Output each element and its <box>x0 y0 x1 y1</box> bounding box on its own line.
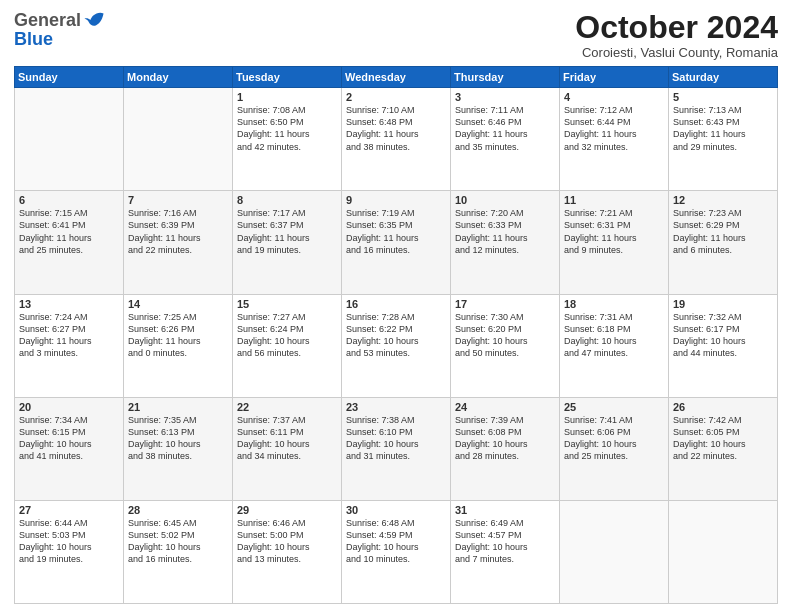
day-cell: 5Sunrise: 7:13 AM Sunset: 6:43 PM Daylig… <box>669 88 778 191</box>
day-cell: 8Sunrise: 7:17 AM Sunset: 6:37 PM Daylig… <box>233 191 342 294</box>
day-cell: 29Sunrise: 6:46 AM Sunset: 5:00 PM Dayli… <box>233 500 342 603</box>
day-number: 12 <box>673 194 773 206</box>
day-number: 28 <box>128 504 228 516</box>
day-number: 21 <box>128 401 228 413</box>
day-info: Sunrise: 7:21 AM Sunset: 6:31 PM Dayligh… <box>564 208 637 254</box>
day-info: Sunrise: 7:23 AM Sunset: 6:29 PM Dayligh… <box>673 208 746 254</box>
month-title: October 2024 <box>575 10 778 45</box>
weekday-header-row: SundayMondayTuesdayWednesdayThursdayFrid… <box>15 67 778 88</box>
day-cell: 23Sunrise: 7:38 AM Sunset: 6:10 PM Dayli… <box>342 397 451 500</box>
day-number: 18 <box>564 298 664 310</box>
day-info: Sunrise: 7:10 AM Sunset: 6:48 PM Dayligh… <box>346 105 419 151</box>
day-cell: 9Sunrise: 7:19 AM Sunset: 6:35 PM Daylig… <box>342 191 451 294</box>
day-info: Sunrise: 7:08 AM Sunset: 6:50 PM Dayligh… <box>237 105 310 151</box>
day-info: Sunrise: 7:38 AM Sunset: 6:10 PM Dayligh… <box>346 415 419 461</box>
day-cell: 15Sunrise: 7:27 AM Sunset: 6:24 PM Dayli… <box>233 294 342 397</box>
day-info: Sunrise: 7:25 AM Sunset: 6:26 PM Dayligh… <box>128 312 201 358</box>
day-cell: 27Sunrise: 6:44 AM Sunset: 5:03 PM Dayli… <box>15 500 124 603</box>
day-info: Sunrise: 7:35 AM Sunset: 6:13 PM Dayligh… <box>128 415 201 461</box>
logo-bird-icon <box>83 9 105 31</box>
day-number: 1 <box>237 91 337 103</box>
day-info: Sunrise: 6:46 AM Sunset: 5:00 PM Dayligh… <box>237 518 310 564</box>
day-number: 20 <box>19 401 119 413</box>
day-info: Sunrise: 7:41 AM Sunset: 6:06 PM Dayligh… <box>564 415 637 461</box>
weekday-header-saturday: Saturday <box>669 67 778 88</box>
day-info: Sunrise: 7:20 AM Sunset: 6:33 PM Dayligh… <box>455 208 528 254</box>
weekday-header-monday: Monday <box>124 67 233 88</box>
weekday-header-tuesday: Tuesday <box>233 67 342 88</box>
day-info: Sunrise: 7:32 AM Sunset: 6:17 PM Dayligh… <box>673 312 746 358</box>
day-info: Sunrise: 6:48 AM Sunset: 4:59 PM Dayligh… <box>346 518 419 564</box>
day-info: Sunrise: 7:12 AM Sunset: 6:44 PM Dayligh… <box>564 105 637 151</box>
day-cell: 11Sunrise: 7:21 AM Sunset: 6:31 PM Dayli… <box>560 191 669 294</box>
day-number: 27 <box>19 504 119 516</box>
header: General Blue October 2024 Coroiesti, Vas… <box>14 10 778 60</box>
day-cell: 12Sunrise: 7:23 AM Sunset: 6:29 PM Dayli… <box>669 191 778 294</box>
day-cell: 13Sunrise: 7:24 AM Sunset: 6:27 PM Dayli… <box>15 294 124 397</box>
calendar-table: SundayMondayTuesdayWednesdayThursdayFrid… <box>14 66 778 604</box>
day-info: Sunrise: 7:37 AM Sunset: 6:11 PM Dayligh… <box>237 415 310 461</box>
day-number: 17 <box>455 298 555 310</box>
day-cell: 6Sunrise: 7:15 AM Sunset: 6:41 PM Daylig… <box>15 191 124 294</box>
day-cell <box>669 500 778 603</box>
day-number: 22 <box>237 401 337 413</box>
day-info: Sunrise: 7:31 AM Sunset: 6:18 PM Dayligh… <box>564 312 637 358</box>
day-cell: 4Sunrise: 7:12 AM Sunset: 6:44 PM Daylig… <box>560 88 669 191</box>
day-cell: 21Sunrise: 7:35 AM Sunset: 6:13 PM Dayli… <box>124 397 233 500</box>
day-number: 23 <box>346 401 446 413</box>
day-number: 29 <box>237 504 337 516</box>
day-info: Sunrise: 7:24 AM Sunset: 6:27 PM Dayligh… <box>19 312 92 358</box>
day-info: Sunrise: 7:15 AM Sunset: 6:41 PM Dayligh… <box>19 208 92 254</box>
day-cell: 7Sunrise: 7:16 AM Sunset: 6:39 PM Daylig… <box>124 191 233 294</box>
weekday-header-wednesday: Wednesday <box>342 67 451 88</box>
day-info: Sunrise: 7:13 AM Sunset: 6:43 PM Dayligh… <box>673 105 746 151</box>
week-row-1: 1Sunrise: 7:08 AM Sunset: 6:50 PM Daylig… <box>15 88 778 191</box>
weekday-header-thursday: Thursday <box>451 67 560 88</box>
day-number: 6 <box>19 194 119 206</box>
day-number: 14 <box>128 298 228 310</box>
day-number: 13 <box>19 298 119 310</box>
day-number: 3 <box>455 91 555 103</box>
day-number: 30 <box>346 504 446 516</box>
day-cell: 26Sunrise: 7:42 AM Sunset: 6:05 PM Dayli… <box>669 397 778 500</box>
day-cell: 14Sunrise: 7:25 AM Sunset: 6:26 PM Dayli… <box>124 294 233 397</box>
week-row-4: 20Sunrise: 7:34 AM Sunset: 6:15 PM Dayli… <box>15 397 778 500</box>
day-cell <box>560 500 669 603</box>
day-info: Sunrise: 7:39 AM Sunset: 6:08 PM Dayligh… <box>455 415 528 461</box>
day-number: 9 <box>346 194 446 206</box>
day-info: Sunrise: 7:16 AM Sunset: 6:39 PM Dayligh… <box>128 208 201 254</box>
logo: General Blue <box>14 10 105 50</box>
day-info: Sunrise: 7:27 AM Sunset: 6:24 PM Dayligh… <box>237 312 310 358</box>
day-cell: 24Sunrise: 7:39 AM Sunset: 6:08 PM Dayli… <box>451 397 560 500</box>
day-number: 15 <box>237 298 337 310</box>
day-cell: 28Sunrise: 6:45 AM Sunset: 5:02 PM Dayli… <box>124 500 233 603</box>
weekday-header-friday: Friday <box>560 67 669 88</box>
day-info: Sunrise: 7:11 AM Sunset: 6:46 PM Dayligh… <box>455 105 528 151</box>
day-cell: 2Sunrise: 7:10 AM Sunset: 6:48 PM Daylig… <box>342 88 451 191</box>
day-info: Sunrise: 7:17 AM Sunset: 6:37 PM Dayligh… <box>237 208 310 254</box>
day-cell <box>124 88 233 191</box>
location: Coroiesti, Vaslui County, Romania <box>575 45 778 60</box>
logo-blue: Blue <box>14 29 53 50</box>
day-number: 26 <box>673 401 773 413</box>
day-cell: 19Sunrise: 7:32 AM Sunset: 6:17 PM Dayli… <box>669 294 778 397</box>
day-number: 11 <box>564 194 664 206</box>
day-number: 4 <box>564 91 664 103</box>
day-cell: 16Sunrise: 7:28 AM Sunset: 6:22 PM Dayli… <box>342 294 451 397</box>
day-cell: 18Sunrise: 7:31 AM Sunset: 6:18 PM Dayli… <box>560 294 669 397</box>
day-number: 10 <box>455 194 555 206</box>
day-cell <box>15 88 124 191</box>
day-info: Sunrise: 7:30 AM Sunset: 6:20 PM Dayligh… <box>455 312 528 358</box>
day-number: 7 <box>128 194 228 206</box>
day-number: 24 <box>455 401 555 413</box>
day-cell: 25Sunrise: 7:41 AM Sunset: 6:06 PM Dayli… <box>560 397 669 500</box>
week-row-5: 27Sunrise: 6:44 AM Sunset: 5:03 PM Dayli… <box>15 500 778 603</box>
title-block: October 2024 Coroiesti, Vaslui County, R… <box>575 10 778 60</box>
day-number: 2 <box>346 91 446 103</box>
day-number: 8 <box>237 194 337 206</box>
day-number: 19 <box>673 298 773 310</box>
day-info: Sunrise: 6:49 AM Sunset: 4:57 PM Dayligh… <box>455 518 528 564</box>
day-cell: 17Sunrise: 7:30 AM Sunset: 6:20 PM Dayli… <box>451 294 560 397</box>
day-info: Sunrise: 7:34 AM Sunset: 6:15 PM Dayligh… <box>19 415 92 461</box>
day-info: Sunrise: 6:45 AM Sunset: 5:02 PM Dayligh… <box>128 518 201 564</box>
